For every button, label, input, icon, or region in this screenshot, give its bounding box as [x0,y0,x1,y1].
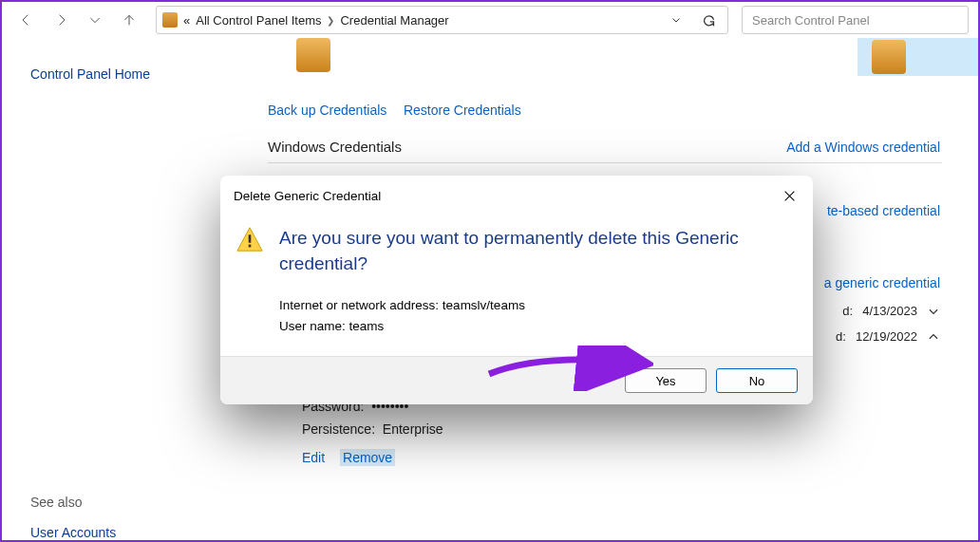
address-dropdown[interactable] [663,7,689,33]
modified-date: 4/13/2023 [862,304,917,318]
dialog-question: Are you sure you want to permanently del… [279,225,796,276]
toolbar: « All Control Panel Items ❯ Credential M… [2,2,978,38]
address-bar[interactable]: « All Control Panel Items ❯ Credential M… [156,6,728,34]
modified-label: d: [842,304,853,318]
svg-rect-0 [249,234,252,242]
restore-credentials-link[interactable]: Restore Credentials [404,103,521,118]
chevron-up-icon [927,330,940,344]
windows-credentials-section: Windows Credentials Add a Windows creden… [268,135,942,163]
modified-label: d: [836,329,846,344]
web-credentials-icon [296,38,330,72]
breadcrumb-prefix: « [183,13,190,28]
control-panel-home-link[interactable]: Control Panel Home [30,66,268,82]
chevron-down-icon [927,305,940,318]
persistence-value: Enterprise [383,421,443,437]
modified-date: 12/19/2022 [856,329,917,344]
breadcrumb-item[interactable]: Credential Manager [340,13,448,28]
dialog-address-value: teamslv/teams [443,298,525,312]
yes-button[interactable]: Yes [625,368,707,393]
add-generic-credential-link[interactable]: a generic credential [824,275,940,290]
svg-rect-1 [249,245,252,248]
no-button[interactable]: No [716,368,798,393]
up-button[interactable] [114,5,144,35]
search-input[interactable]: Search Control Panel [742,6,969,34]
remove-link[interactable]: Remove [340,449,395,466]
breadcrumb-item[interactable]: All Control Panel Items [196,13,321,28]
section-title: Windows Credentials [268,139,402,155]
refresh-button[interactable] [695,7,722,33]
edit-link[interactable]: Edit [302,450,325,465]
back-button[interactable] [11,5,42,35]
warning-icon [236,225,264,253]
user-accounts-link[interactable]: User Accounts [30,525,268,540]
persistence-label: Persistence: [302,421,375,437]
see-also-heading: See also [30,495,268,510]
dialog-username-value: teams [349,319,385,333]
history-dropdown[interactable] [80,5,110,35]
backup-credentials-link[interactable]: Back up Credentials [268,103,386,118]
dialog-address-label: Internet or network address: [279,298,439,312]
forward-button[interactable] [46,5,76,35]
add-certificate-credential-link[interactable]: te-based credential [827,203,940,218]
windows-credentials-tile[interactable] [858,38,980,76]
windows-credentials-icon [872,40,906,74]
dialog-close-button[interactable] [775,183,803,208]
credential-links: Back up Credentials Restore Credentials [268,103,978,118]
dialog-username-label: User name: [279,319,346,333]
folder-icon [162,12,178,28]
add-windows-credential-link[interactable]: Add a Windows credential [786,140,940,155]
chevron-right-icon: ❯ [327,15,334,26]
delete-credential-dialog: Delete Generic Credential Are you sure y… [220,176,813,404]
dialog-title: Delete Generic Credential [234,189,381,203]
